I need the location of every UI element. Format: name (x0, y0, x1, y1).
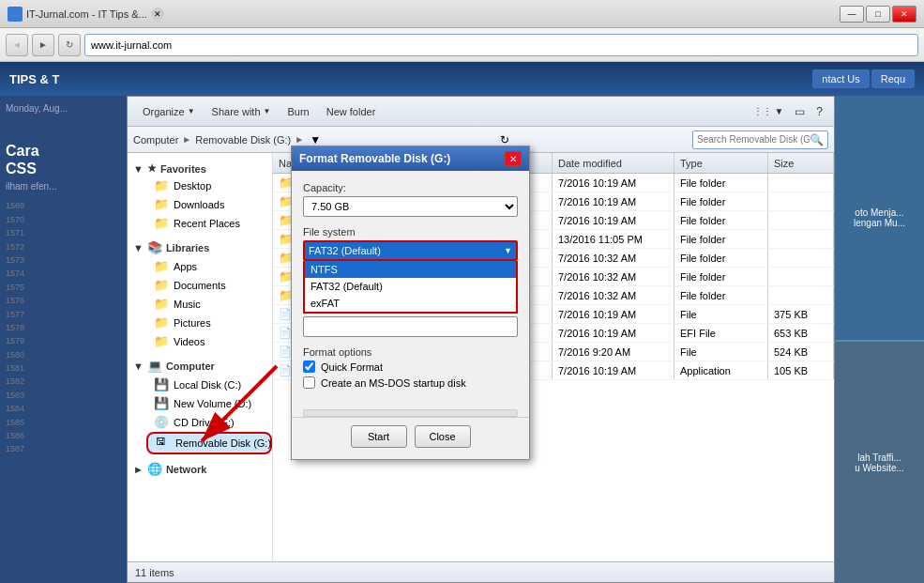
ms-dos-label: Create an MS-DOS startup disk (321, 377, 466, 389)
path-computer[interactable]: Computer (133, 134, 178, 146)
maximize-button[interactable]: □ (866, 6, 890, 23)
pictures-icon (154, 315, 169, 330)
col-header-type[interactable]: Type (674, 153, 768, 173)
burn-button[interactable]: Burn (280, 103, 316, 120)
close-button[interactable]: ✕ (892, 6, 916, 23)
row-file-icon (279, 364, 292, 376)
nav-item-desktop[interactable]: Desktop (146, 176, 272, 195)
nav-item-local-c[interactable]: Local Disk (C:) (146, 376, 272, 394)
documents-icon (154, 278, 169, 293)
nav-item-recent-places[interactable]: Recent Places (146, 214, 272, 233)
filesystem-options-list: NTFS FAT32 (Default) exFAT (303, 261, 518, 314)
explorer-nav: ▼ ★ Favorites Desktop Downloads (128, 153, 273, 561)
downloads-icon (154, 197, 169, 212)
blog-date: Monday, Aug... (6, 103, 121, 114)
ad-bottom: lah Traffi...u Website... (835, 342, 924, 584)
ms-dos-checkbox[interactable] (303, 376, 315, 389)
request-button[interactable]: Requ (871, 69, 915, 88)
nav-item-new-volume-d[interactable]: New Volume (D:) (146, 394, 272, 413)
nav-item-removable-g[interactable]: 🖫 Removable Disk (G:) (146, 432, 272, 454)
network-header[interactable]: ► Network (128, 458, 272, 479)
dialog-title: Format Removable Disk (G:) (299, 152, 505, 165)
nav-item-downloads[interactable]: Downloads (146, 195, 272, 214)
start-button[interactable]: Start (351, 425, 407, 448)
nav-item-videos[interactable]: Videos (146, 332, 272, 351)
back-button[interactable]: ◄ (6, 34, 28, 56)
videos-icon (154, 334, 169, 349)
network-section: ► Network (128, 458, 272, 479)
col-header-size[interactable]: Size (768, 153, 834, 173)
organize-button[interactable]: Organize ▼ (135, 103, 203, 120)
apps-label: Apps (174, 261, 197, 272)
computer-icon (147, 359, 162, 374)
refresh-button[interactable]: ↻ (58, 34, 81, 56)
browser-tab-title: IT-Jurnal.com - IT Tips &... (26, 8, 147, 20)
filesystem-dropdown[interactable]: FAT32 (Default) ▼ (303, 240, 518, 261)
view-button[interactable]: ⋮⋮ ▼ (750, 104, 788, 118)
nav-item-cd-f[interactable]: CD Drive (F:) (146, 413, 272, 432)
browser-favicon (8, 7, 23, 22)
desktop-icon (154, 178, 169, 193)
music-label: Music (174, 299, 201, 310)
capacity-select[interactable]: 7.50 GB (303, 196, 518, 217)
share-with-button[interactable]: Share with ▼ (204, 103, 279, 120)
line-numbers: 1569157015711572157315741575157615771578… (6, 199, 121, 455)
address-text: www.it-jurnal.com (91, 39, 912, 51)
dialog-titlebar: Format Removable Disk (G:) ✕ (292, 146, 529, 171)
libraries-icon (147, 240, 162, 255)
dialog-close-x-button[interactable]: ✕ (505, 151, 522, 166)
dialog-body: Capacity: 7.50 GB File system FAT32 (Def… (292, 171, 529, 409)
quick-format-row: Quick Format (303, 361, 518, 373)
tab-close-button[interactable]: ✕ (151, 8, 164, 21)
explorer-toolbar: Organize ▼ Share with ▼ Burn New folder … (128, 97, 834, 127)
computer-header[interactable]: ▼ Computer (128, 355, 272, 376)
ad-top: oto Menja...lengan Mu... (835, 96, 924, 340)
quick-format-checkbox[interactable] (303, 361, 315, 373)
help-button[interactable]: ? (812, 103, 826, 120)
minimize-button[interactable]: — (840, 6, 864, 23)
preview-pane-button[interactable]: ▭ (791, 103, 809, 120)
nav-item-pictures[interactable]: Pictures (146, 314, 272, 332)
favorites-arrow: ▼ (133, 163, 144, 175)
local-c-label: Local Disk (C:) (174, 379, 241, 391)
browser-controls: ◄ ► ↻ www.it-jurnal.com (0, 28, 924, 62)
organize-dropdown-arrow: ▼ (188, 107, 195, 115)
search-input[interactable] (697, 134, 810, 145)
filesystem-option-ntfs[interactable]: NTFS (305, 261, 516, 278)
search-icon[interactable]: 🔍 (810, 133, 824, 146)
filesystem-dropdown-arrow: ▼ (504, 246, 512, 255)
browser-frame: IT-Jurnal.com - IT Tips &... ✕ — □ ✕ ◄ ►… (0, 0, 924, 583)
volume-label-input[interactable] (303, 316, 518, 337)
apps-icon (154, 259, 169, 274)
filesystem-option-fat32[interactable]: FAT32 (Default) (305, 278, 516, 295)
forward-button[interactable]: ► (32, 34, 54, 56)
music-icon (154, 297, 169, 312)
network-icon (147, 462, 162, 477)
contact-us-button[interactable]: ntact Us (812, 69, 869, 88)
blog-title: CaraCSS (6, 142, 121, 177)
desktop-label: Desktop (174, 180, 211, 192)
capacity-group: Capacity: 7.50 GB (303, 182, 518, 217)
libraries-header[interactable]: ▼ Libraries (128, 237, 272, 257)
nav-item-music[interactable]: Music (146, 295, 272, 314)
close-button[interactable]: Close (415, 425, 471, 448)
format-dialog: Format Removable Disk (G:) ✕ Capacity: 7… (291, 146, 530, 460)
nav-item-documents[interactable]: Documents (146, 276, 272, 295)
blog-sidebar: Monday, Aug... CaraCSS ilham efen... 156… (0, 96, 127, 583)
path-disk[interactable]: Removable Disk (G:) (195, 134, 291, 146)
search-box[interactable]: 🔍 (692, 130, 828, 149)
row-file-icon (279, 327, 292, 339)
cd-f-label: CD Drive (F:) (174, 417, 235, 428)
browser-titlebar: IT-Jurnal.com - IT Tips &... ✕ — □ ✕ (0, 0, 924, 28)
dialog-scrollbar[interactable] (303, 409, 518, 417)
path-arrow-1: ► (182, 134, 191, 145)
filesystem-option-exfat[interactable]: exFAT (305, 295, 516, 312)
address-bar[interactable]: www.it-jurnal.com (84, 34, 918, 56)
favorites-header[interactable]: ▼ ★ Favorites (128, 159, 272, 176)
computer-arrow: ▼ (133, 361, 144, 372)
nav-item-apps[interactable]: Apps (146, 257, 272, 276)
col-header-date[interactable]: Date modified (553, 153, 674, 173)
item-count: 11 items (135, 567, 174, 578)
network-arrow: ► (133, 464, 144, 475)
new-folder-button[interactable]: New folder (319, 103, 384, 120)
